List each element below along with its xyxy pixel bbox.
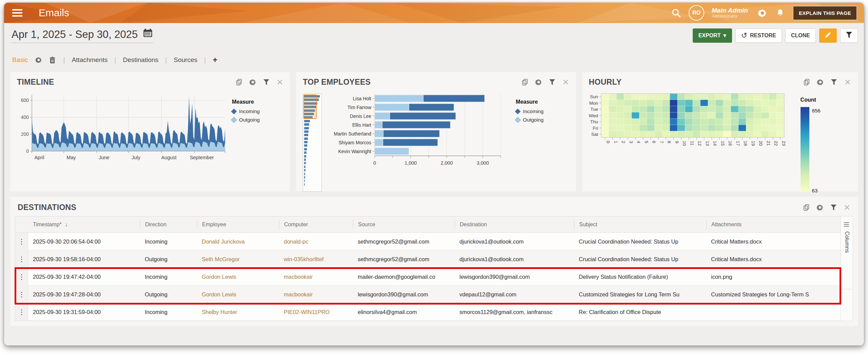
copy-icon[interactable] — [802, 204, 810, 212]
cell-computer: donald-pc — [279, 238, 353, 245]
gear-icon[interactable] — [535, 78, 543, 86]
col-header-employee[interactable]: Employee — [197, 220, 279, 229]
col-header-timestamp[interactable]: Timestamp*↓ — [28, 220, 140, 229]
col-header-direction[interactable]: Direction — [140, 220, 197, 229]
close-icon[interactable]: ✕ — [844, 78, 852, 86]
bell-icon[interactable] — [775, 8, 785, 18]
funnel-icon[interactable] — [829, 204, 837, 212]
cell-employee: Shelby Hunter — [197, 309, 279, 315]
computer-link[interactable]: donald-pc — [284, 238, 308, 245]
computer-link[interactable]: win-035khor8tef — [284, 256, 323, 262]
cell-employee: Donald Jurickova — [197, 238, 279, 245]
user-name: Main Admin — [712, 7, 748, 14]
svg-text:Wed: Wed — [589, 113, 598, 118]
row-menu-icon[interactable]: ⋮ — [15, 268, 28, 286]
table-row[interactable]: ⋮2025-09-30 20:06:54-04:00IncomingDonald… — [15, 233, 853, 250]
col-header-computer[interactable]: Computer — [279, 220, 353, 229]
tab-divider: | — [114, 56, 116, 64]
cell-computer: macbookair — [279, 291, 353, 298]
copy-icon[interactable] — [235, 78, 243, 86]
avatar[interactable]: RO — [689, 5, 704, 21]
gear-icon[interactable] — [816, 204, 824, 212]
timeline-chart[interactable]: 0200400600AprilMayJuneJulyAugustSeptembe… — [14, 90, 230, 171]
overview-bar — [304, 183, 305, 186]
col-header-destination[interactable]: Destination — [455, 220, 574, 229]
close-icon[interactable]: ✕ — [562, 78, 570, 86]
svg-text:April: April — [34, 155, 44, 160]
hourly-heatmap[interactable]: SunMonTueWedThuFriSat0123456789101112131… — [586, 90, 797, 171]
edit-button[interactable] — [819, 28, 837, 43]
computer-link[interactable]: PIE02-WIN11PRO — [284, 309, 330, 315]
tab-basic[interactable]: Basic — [12, 56, 28, 64]
cell-attachments: Customized Strategies for Long-Term S — [706, 291, 853, 298]
sort-desc-icon[interactable]: ↓ — [65, 222, 68, 228]
svg-text:0: 0 — [373, 160, 376, 166]
tab-destinations[interactable]: Destinations — [123, 56, 158, 64]
export-button[interactable]: EXPORT▾ — [693, 28, 732, 43]
row-menu-icon[interactable]: ⋮ — [15, 250, 28, 268]
tab-sources[interactable]: Sources — [174, 56, 197, 64]
svg-text:200: 200 — [21, 131, 29, 137]
svg-text:12: 12 — [697, 141, 702, 146]
table-row[interactable]: ⋮2025-09-30 19:47:42-04:00IncomingGordon… — [15, 268, 853, 286]
col-header-subject[interactable]: Subject — [574, 220, 706, 229]
tab-gear-icon[interactable] — [35, 56, 43, 64]
overview-bar — [304, 180, 305, 182]
funnel-icon[interactable] — [548, 78, 556, 86]
computer-link[interactable]: macbookair — [284, 274, 313, 280]
search-icon[interactable] — [671, 8, 681, 18]
svg-text:17: 17 — [735, 141, 740, 146]
employee-link[interactable]: Gordon Lewis — [202, 291, 236, 297]
cell-source: lewisgordon390@gmail.com — [353, 291, 455, 298]
columns-strip: ||| Columns — [841, 216, 853, 321]
svg-text:Lisa Holt: Lisa Holt — [353, 96, 372, 101]
add-tab-button[interactable]: + — [213, 55, 217, 65]
tab-trash-icon[interactable] — [48, 56, 56, 64]
filter-button[interactable] — [840, 28, 858, 43]
overview-bar — [304, 130, 308, 133]
top-employees-chart[interactable]: Lisa HoltTim FarrowDenis LeeEllis HartMa… — [324, 90, 514, 171]
overview-selection[interactable] — [303, 95, 317, 119]
explain-this-page-button[interactable]: EXPLAIN THIS PAGE — [793, 6, 857, 20]
employee-link[interactable]: Shelby Hunter — [202, 309, 237, 315]
svg-text:9: 9 — [674, 141, 679, 144]
employee-link[interactable]: Gordon Lewis — [202, 274, 236, 280]
row-menu-icon[interactable]: ⋮ — [15, 303, 28, 321]
user-block[interactable]: Main Admin Administrator — [712, 7, 748, 19]
col-header-attachments[interactable]: Attachments — [706, 220, 853, 229]
overview-bar — [304, 141, 308, 143]
col-header-source[interactable]: Source — [353, 220, 455, 229]
table-row[interactable]: ⋮2025-09-30 19:31:59-04:00IncomingShelby… — [15, 303, 853, 321]
cell-direction: Incoming — [140, 274, 197, 280]
row-menu-icon[interactable]: ⋮ — [15, 233, 28, 250]
menu-icon[interactable] — [12, 9, 22, 17]
copy-icon[interactable] — [521, 78, 529, 86]
funnel-icon[interactable] — [830, 78, 838, 86]
funnel-icon[interactable] — [262, 78, 270, 86]
close-icon[interactable]: ✕ — [276, 78, 284, 86]
row-menu-icon[interactable]: ⋮ — [15, 286, 28, 303]
employee-link[interactable]: Donald Jurickova — [202, 238, 245, 245]
chart-overview-scroller[interactable] — [303, 93, 322, 192]
gear-icon[interactable] — [816, 78, 825, 86]
copy-icon[interactable] — [803, 78, 811, 86]
table-row[interactable]: ⋮2025-09-30 19:47:28-04:00OutgoingGordon… — [15, 286, 853, 303]
computer-link[interactable]: macbookair — [284, 291, 313, 297]
clone-button[interactable]: CLONE — [785, 28, 816, 43]
grip-icon: ||| — [844, 222, 850, 227]
cell-subject: Customized Strategies for Long Term Su — [574, 291, 706, 298]
tab-attachments[interactable]: Attachments — [72, 56, 108, 64]
close-icon[interactable]: ✕ — [843, 204, 851, 212]
table-row[interactable]: ⋮2025-09-30 19:58:16-04:00OutgoingSeth M… — [15, 250, 853, 268]
panel-title-timeline: TIMELINE — [17, 78, 54, 87]
date-range-picker[interactable]: Apr 1, 2025 - Sep 30, 2025 — [12, 28, 153, 43]
gear-icon[interactable] — [249, 78, 257, 86]
outgoing-marker — [515, 117, 521, 123]
calendar-icon[interactable] — [142, 28, 153, 41]
employee-link[interactable]: Seth McGregor — [202, 256, 240, 262]
cell-subject: Delivery Status Notification (Failure) — [574, 274, 706, 280]
restore-button[interactable]: ↺RESTORE — [735, 28, 782, 43]
columns-tab[interactable]: ||| Columns — [841, 216, 853, 289]
gear-icon[interactable] — [757, 8, 768, 18]
overview-bar — [304, 162, 305, 164]
